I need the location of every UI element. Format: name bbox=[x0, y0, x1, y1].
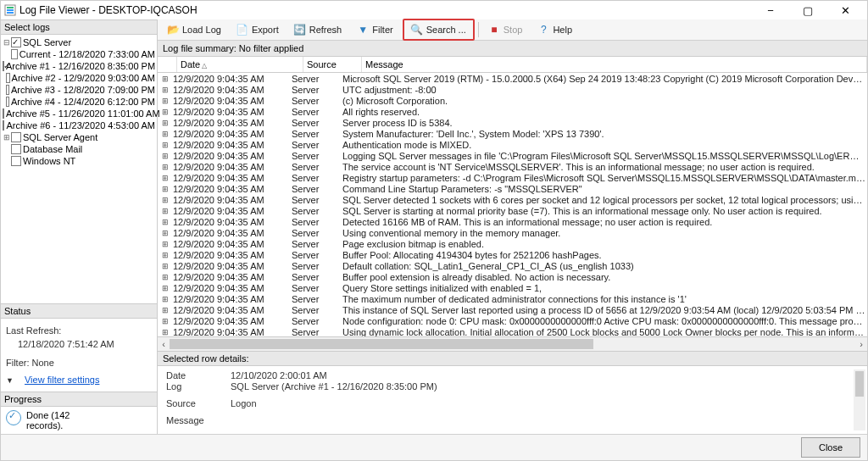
load-log-button[interactable]: 📂 Load Log bbox=[161, 21, 227, 38]
refresh-button[interactable]: 🔄 Refresh bbox=[288, 21, 348, 38]
scrollbar-thumb[interactable] bbox=[170, 339, 593, 349]
expand-row-icon[interactable]: ⊞ bbox=[159, 262, 171, 270]
expand-row-icon[interactable]: ⊞ bbox=[159, 97, 171, 105]
log-row[interactable]: ⊞12/9/2020 9:04:35 AMServerBuffer pool e… bbox=[158, 271, 867, 282]
expand-row-icon[interactable]: ⊞ bbox=[159, 130, 171, 138]
archive-checkbox[interactable] bbox=[6, 73, 9, 83]
expand-row-icon[interactable]: ⊞ bbox=[159, 185, 171, 193]
expand-row-icon[interactable]: ⊞ bbox=[159, 108, 171, 116]
expand-row-icon[interactable]: ⊞ bbox=[159, 196, 171, 204]
details-scrollbar[interactable] bbox=[854, 369, 865, 430]
archive-checkbox[interactable] bbox=[3, 61, 4, 71]
log-tree[interactable]: ⊟ SQL Server Current - 12/18/2020 7:33:0… bbox=[1, 35, 157, 169]
search-highlight: 🔍 Search ... bbox=[403, 19, 475, 41]
col-date[interactable]: Date△ bbox=[177, 57, 303, 72]
sqlagent-checkbox[interactable] bbox=[11, 132, 21, 142]
log-grid[interactable]: ⊞12/9/2020 9:04:35 AMServerMicrosoft SQL… bbox=[158, 73, 867, 336]
dbmail-node[interactable]: Database Mail bbox=[23, 143, 82, 155]
winnt-node[interactable]: Windows NT bbox=[23, 155, 75, 167]
archive-checkbox[interactable] bbox=[3, 120, 4, 131]
log-row[interactable]: ⊞12/9/2020 9:04:35 AMServerThis instance… bbox=[158, 304, 867, 315]
log-row[interactable]: ⊞12/9/2020 9:04:35 AMServerPage exclusio… bbox=[158, 238, 867, 249]
close-button[interactable]: Close bbox=[801, 437, 860, 458]
scroll-left-icon[interactable]: ‹ bbox=[158, 337, 170, 351]
sqlagent-node[interactable]: SQL Server Agent bbox=[23, 131, 97, 143]
expand-row-icon[interactable]: ⊞ bbox=[159, 218, 171, 226]
log-row[interactable]: ⊞12/9/2020 9:04:35 AMServerSystem Manufa… bbox=[158, 128, 867, 139]
expand-row-icon[interactable]: ⊞ bbox=[159, 207, 171, 215]
archive-item[interactable]: Archive #3 - 12/8/2020 7:09:00 PM bbox=[11, 84, 155, 96]
log-row[interactable]: ⊞12/9/2020 9:04:35 AMServerDetected 1616… bbox=[158, 216, 867, 227]
search-button[interactable]: 🔍 Search ... bbox=[405, 21, 472, 38]
expand-row-icon[interactable]: ⊞ bbox=[159, 152, 171, 160]
details-scroll-thumb[interactable] bbox=[855, 371, 864, 397]
archive-item[interactable]: Current - 12/18/2020 7:33:00 AM bbox=[19, 48, 155, 60]
scroll-right-icon[interactable]: › bbox=[855, 337, 867, 351]
expand-row-icon[interactable]: ⊞ bbox=[159, 141, 171, 149]
log-row[interactable]: ⊞12/9/2020 9:04:35 AMServerQuery Store s… bbox=[158, 282, 867, 293]
log-row[interactable]: ⊞12/9/2020 9:04:35 AMServerMicrosoft SQL… bbox=[158, 73, 867, 84]
log-row[interactable]: ⊞12/9/2020 9:04:35 AMServer(c) Microsoft… bbox=[158, 95, 867, 106]
expand-row-icon[interactable]: ⊞ bbox=[159, 295, 171, 303]
dbmail-checkbox[interactable] bbox=[11, 144, 21, 154]
archive-item[interactable]: Archive #6 - 11/23/2020 4:53:00 AM bbox=[6, 119, 155, 131]
log-row[interactable]: ⊞12/9/2020 9:04:35 AMServerUsing convent… bbox=[158, 227, 867, 238]
archive-checkbox[interactable] bbox=[11, 49, 18, 59]
log-row[interactable]: ⊞12/9/2020 9:04:35 AMServerSQL Server de… bbox=[158, 194, 867, 205]
log-row[interactable]: ⊞12/9/2020 9:04:35 AMServerSQL Server is… bbox=[158, 205, 867, 216]
maximize-button[interactable]: ▢ bbox=[789, 1, 826, 19]
help-button[interactable]: ? Help bbox=[531, 21, 578, 38]
row-date: 12/9/2020 9:04:35 AM bbox=[171, 239, 292, 249]
archive-item[interactable]: Archive #4 - 12/4/2020 6:12:00 PM bbox=[11, 96, 155, 108]
expand-row-icon[interactable]: ⊞ bbox=[159, 163, 171, 171]
log-row[interactable]: ⊞12/9/2020 9:04:35 AMServerThe service a… bbox=[158, 161, 867, 172]
sqlserver-node[interactable]: SQL Server bbox=[23, 36, 71, 48]
log-row[interactable]: ⊞12/9/2020 9:04:35 AMServerLogging SQL S… bbox=[158, 150, 867, 161]
expand-row-icon[interactable]: ⊞ bbox=[159, 86, 171, 94]
row-message: Using dynamic lock allocation. Initial a… bbox=[342, 327, 865, 337]
archive-checkbox[interactable] bbox=[3, 108, 4, 119]
sqlserver-checkbox[interactable] bbox=[11, 37, 21, 47]
expand-row-icon[interactable]: ⊞ bbox=[159, 240, 171, 248]
minimize-button[interactable]: − bbox=[752, 1, 789, 19]
row-message: Query Store settings initialized with en… bbox=[342, 283, 865, 293]
archive-item[interactable]: Archive #2 - 12/9/2020 9:03:00 AM bbox=[12, 72, 155, 84]
filter-button[interactable]: ▼ Filter bbox=[351, 21, 398, 38]
expand-row-icon[interactable]: ⊞ bbox=[159, 284, 171, 292]
expand-row-icon[interactable]: ⊞ bbox=[159, 251, 171, 259]
col-message[interactable]: Message bbox=[362, 57, 867, 72]
expand-row-icon[interactable]: ⊞ bbox=[159, 317, 171, 325]
log-row[interactable]: ⊞12/9/2020 9:04:35 AMServerUsing dynamic… bbox=[158, 326, 867, 336]
col-source[interactable]: Source bbox=[303, 57, 362, 72]
view-filter-link[interactable]: View filter settings bbox=[25, 375, 99, 385]
log-row[interactable]: ⊞12/9/2020 9:04:35 AMServerNode configur… bbox=[158, 315, 867, 326]
archive-item[interactable]: Archive #5 - 11/26/2020 11:01:00 AM bbox=[6, 108, 160, 119]
log-row[interactable]: ⊞12/9/2020 9:04:35 AMServerRegistry star… bbox=[158, 172, 867, 183]
collapse-icon[interactable]: ⊟ bbox=[3, 36, 11, 48]
winnt-checkbox[interactable] bbox=[11, 156, 21, 166]
log-row[interactable]: ⊞12/9/2020 9:04:35 AMServerBuffer Pool: … bbox=[158, 249, 867, 260]
archive-checkbox[interactable] bbox=[6, 97, 9, 107]
expand-row-icon[interactable]: ⊞ bbox=[159, 75, 171, 83]
row-source: Server bbox=[292, 118, 342, 128]
log-row[interactable]: ⊞12/9/2020 9:04:35 AMServerThe maximum n… bbox=[158, 293, 867, 304]
archive-item[interactable]: Archive #1 - 12/16/2020 8:35:00 PM bbox=[6, 60, 155, 72]
log-row[interactable]: ⊞12/9/2020 9:04:35 AMServerUTC adjustmen… bbox=[158, 84, 867, 95]
expand-icon[interactable]: ⊞ bbox=[3, 131, 11, 143]
expand-row-icon[interactable]: ⊞ bbox=[159, 119, 171, 127]
close-window-button[interactable]: ✕ bbox=[826, 1, 864, 19]
horizontal-scrollbar[interactable]: ‹ › bbox=[158, 336, 867, 351]
expand-row-icon[interactable]: ⊞ bbox=[159, 229, 171, 237]
log-row[interactable]: ⊞12/9/2020 9:04:35 AMServerAll rights re… bbox=[158, 106, 867, 117]
log-row[interactable]: ⊞12/9/2020 9:04:35 AMServerCommand Line … bbox=[158, 183, 867, 194]
export-button[interactable]: 📄 Export bbox=[231, 21, 285, 38]
expand-row-icon[interactable]: ⊞ bbox=[159, 273, 171, 281]
log-row[interactable]: ⊞12/9/2020 9:04:35 AMServerAuthenticatio… bbox=[158, 139, 867, 150]
expand-row-icon[interactable]: ⊞ bbox=[159, 306, 171, 314]
log-row[interactable]: ⊞12/9/2020 9:04:35 AMServerServer proces… bbox=[158, 117, 867, 128]
log-row[interactable]: ⊞12/9/2020 9:04:35 AMServerDefault colla… bbox=[158, 260, 867, 271]
detail-log-value: SQL Server (Archive #1 - 12/16/2020 8:35… bbox=[231, 381, 437, 392]
expand-row-icon[interactable]: ⊞ bbox=[159, 328, 171, 336]
archive-checkbox[interactable] bbox=[6, 85, 9, 95]
expand-row-icon[interactable]: ⊞ bbox=[159, 174, 171, 182]
